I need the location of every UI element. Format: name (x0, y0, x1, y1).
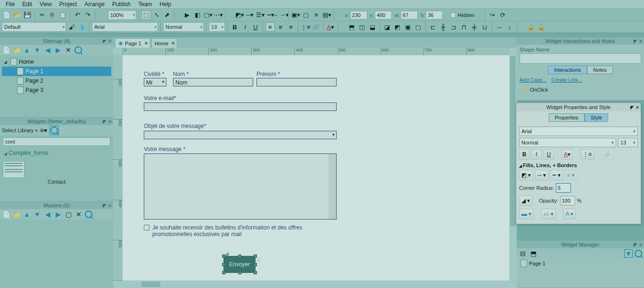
event-onclick[interactable]: ⚡OnClick (517, 85, 644, 93)
down-icon[interactable]: ▼ (33, 46, 41, 54)
prop-outer-shadow[interactable]: ▬ ▾ (519, 209, 534, 219)
tab-close-icon[interactable]: ✕ (144, 41, 148, 46)
publish-icon[interactable]: ▢▾ (203, 10, 213, 20)
options-icon[interactable]: ≡▾ (39, 126, 48, 135)
prop-italic[interactable]: I (531, 149, 542, 160)
add-master-icon[interactable]: 📄 (2, 210, 10, 219)
widget-filter[interactable] (3, 137, 110, 146)
up-icon[interactable]: ▲ (23, 210, 31, 219)
forward-icon[interactable]: ▣ (403, 22, 413, 32)
filter-icon[interactable]: ▼ (624, 249, 633, 258)
collapse-icon[interactable]: ◤ (634, 39, 637, 44)
link-icon[interactable]: 🔗 (311, 22, 321, 32)
align-more-icon[interactable]: ▤▾ (322, 10, 331, 20)
prop-color[interactable]: A ▾ (561, 149, 573, 160)
paste-icon[interactable]: 📋 (58, 10, 67, 20)
arrow-icon[interactable]: ←→▾ (276, 10, 286, 20)
menu-arrange[interactable]: Arrange (81, 0, 108, 8)
prop-text-shadow[interactable]: A ▾ (563, 209, 576, 219)
lock-icon[interactable]: 🔒 (526, 22, 536, 32)
close-icon[interactable]: ✕ (108, 119, 112, 124)
outdent-icon[interactable]: ◀ (43, 210, 52, 219)
align-right-text-icon[interactable]: ≡ (286, 22, 296, 32)
x-input[interactable] (350, 11, 367, 19)
share-icon[interactable]: ◧ (193, 10, 202, 20)
menu-team[interactable]: Team (134, 0, 156, 8)
align-t-icon[interactable]: ⊓ (459, 22, 469, 32)
align-l-icon[interactable]: ⊏ (428, 22, 438, 32)
back-icon[interactable]: ◩ (393, 22, 402, 32)
ungroup-icon[interactable]: ▢ (301, 10, 311, 20)
scrollbar-horizontal[interactable] (123, 280, 509, 288)
shape-name-input[interactable] (520, 53, 641, 64)
outdent-icon[interactable]: ◀ (43, 46, 52, 54)
distribute-v-icon[interactable]: ↕ (505, 22, 514, 32)
select-objet[interactable] (144, 131, 337, 139)
prop-border-style[interactable]: ┅ ▾ (550, 170, 562, 180)
submit-button[interactable]: Envoyer ◢ ◇ (223, 256, 256, 273)
y-input[interactable] (375, 11, 392, 19)
hidden-checkbox[interactable] (450, 12, 456, 18)
next-icon[interactable]: ↪ (487, 10, 497, 20)
more-icon[interactable]: ⋯▾ (214, 10, 223, 20)
tab-page-1[interactable]: ◉Page 1 ✕ (115, 38, 150, 48)
tab-interactions[interactable]: Interactions (548, 66, 587, 74)
prop-bullet[interactable]: ⋮≡ (580, 149, 594, 160)
align-c-icon[interactable]: ╫ (438, 22, 448, 32)
align-b-icon[interactable]: ⊔ (480, 22, 489, 32)
delete-icon[interactable]: ✕ (74, 210, 83, 219)
italic-icon[interactable]: I (240, 22, 250, 32)
group-icon[interactable]: ▣▾ (291, 10, 300, 20)
widget-contact-thumb[interactable]: Contact (3, 161, 110, 185)
prop-fill[interactable]: ◩ ▾ (519, 170, 533, 180)
collapse-icon[interactable]: ◤ (103, 203, 107, 208)
sitemap-page-1[interactable]: Page 1 (2, 67, 111, 76)
front-icon[interactable]: ◪ (382, 22, 392, 32)
opacity-input[interactable] (560, 196, 575, 205)
close-icon[interactable]: ✕ (639, 242, 643, 247)
font-combo[interactable]: Arial (92, 22, 158, 32)
select-mode-icon[interactable]: ⬚ (141, 10, 151, 20)
align-m-icon[interactable]: ╪ (470, 22, 479, 32)
w-input[interactable] (401, 11, 418, 19)
close-icon[interactable]: ✕ (108, 39, 112, 44)
zoom-combo[interactable]: 100% (108, 10, 136, 20)
h-input[interactable] (426, 11, 443, 19)
style-combo[interactable]: Default (2, 22, 66, 32)
prop-size-combo[interactable]: 13 (618, 138, 638, 147)
up-icon[interactable]: ⬒ (529, 249, 537, 258)
fill-icon[interactable]: ◩▾ (235, 10, 244, 20)
underline-icon[interactable]: U (251, 22, 260, 32)
collapse-icon[interactable]: ◤ (634, 242, 637, 247)
connect-mode-icon[interactable]: ⤡ (152, 10, 161, 20)
tab-style[interactable]: Style (585, 113, 608, 122)
open-file-icon[interactable]: 📂 (12, 10, 22, 20)
down-icon[interactable]: ▼ (33, 210, 41, 219)
cut-icon[interactable]: ✂ (37, 10, 47, 20)
align-center-text-icon[interactable]: ≡ (276, 22, 285, 32)
close-icon[interactable]: ✕ (636, 105, 639, 110)
input-nom[interactable]: Nom (173, 78, 253, 86)
add-case-link[interactable]: Add Case... (520, 77, 546, 83)
dropper-icon[interactable]: 💧 (77, 22, 87, 32)
up-icon[interactable]: ▲ (23, 46, 31, 54)
preview-icon[interactable]: ▶ (182, 10, 192, 20)
search-widgets-icon[interactable] (50, 127, 58, 134)
input-prenom[interactable] (256, 78, 337, 86)
valign-mid-icon[interactable]: ◫ (357, 22, 367, 32)
add-page-icon[interactable]: 📄 (2, 46, 10, 54)
valign-bot-icon[interactable]: ⬓ (368, 22, 377, 32)
line-icon[interactable]: ─▾ (245, 10, 255, 20)
list-icon[interactable]: ⋮≡ (301, 22, 310, 32)
collapse-icon[interactable]: ◤ (103, 39, 107, 44)
menu-file[interactable]: File (2, 0, 18, 8)
new-file-icon[interactable]: 📄 (2, 10, 11, 20)
prop-bold[interactable]: B (519, 149, 529, 160)
properties-panel[interactable]: Widget Properties and Style ◤✕ Propertie… (516, 102, 641, 224)
point-mode-icon[interactable]: ⬈ (162, 10, 172, 20)
sitemap-page-3[interactable]: Page 3 (2, 85, 111, 95)
tab-notes[interactable]: Notes (587, 66, 613, 74)
prop-border[interactable]: ─ ▾ (535, 170, 548, 180)
backward-icon[interactable]: ▢ (413, 22, 423, 32)
copy-icon[interactable]: ⎘ (48, 10, 57, 20)
